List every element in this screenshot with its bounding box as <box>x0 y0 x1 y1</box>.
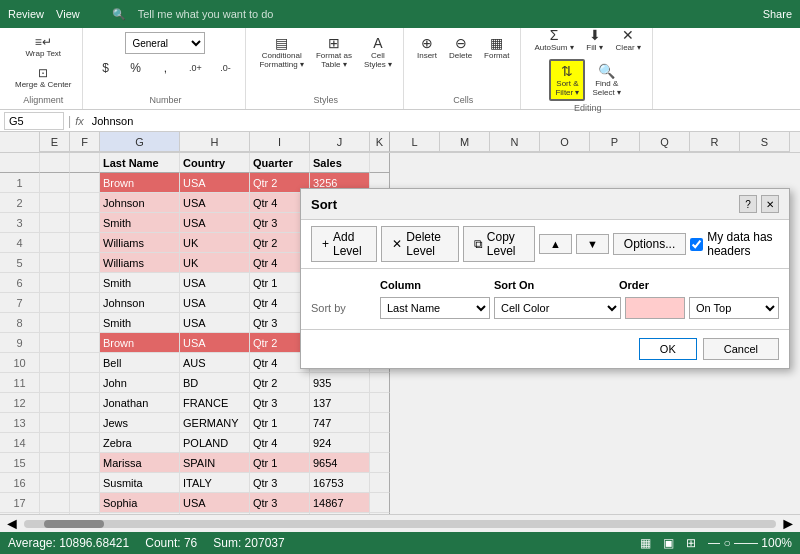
cell-f-7[interactable] <box>70 293 100 313</box>
cell-country-14[interactable]: POLAND <box>180 433 250 453</box>
cell-f-8[interactable] <box>70 313 100 333</box>
cell-e-17[interactable] <box>40 493 70 513</box>
cell-country-11[interactable]: BD <box>180 373 250 393</box>
cell-sales-17[interactable]: 14867 <box>310 493 370 513</box>
cell-lastname-13[interactable]: Jews <box>100 413 180 433</box>
cell-f-14[interactable] <box>70 433 100 453</box>
fill-btn[interactable]: ⬇ Fill ▾ <box>581 24 609 55</box>
cell-country-13[interactable]: GERMANY <box>180 413 250 433</box>
format-btn[interactable]: ▦ Format <box>479 32 514 63</box>
scroll-track[interactable] <box>24 520 776 528</box>
cell-country-12[interactable]: FRANCE <box>180 393 250 413</box>
cell-f-1[interactable] <box>70 173 100 193</box>
percent-btn[interactable]: % <box>121 58 149 78</box>
cell-lastname-17[interactable]: Sophia <box>100 493 180 513</box>
cell-k-14[interactable] <box>370 433 390 453</box>
cell-country-1[interactable]: USA <box>180 173 250 193</box>
cell-h-header[interactable]: Country <box>180 153 250 173</box>
cell-k-11[interactable] <box>370 373 390 393</box>
cell-sales-14[interactable]: 924 <box>310 433 370 453</box>
formula-input[interactable] <box>88 114 796 128</box>
cell-sales-13[interactable]: 747 <box>310 413 370 433</box>
col-header-e[interactable]: E <box>40 132 70 152</box>
review-tab[interactable]: Review <box>8 8 44 20</box>
cell-country-15[interactable]: SPAIN <box>180 453 250 473</box>
wrap-text-btn[interactable]: ≡↵ Wrap Text <box>20 32 66 61</box>
cell-f-12[interactable] <box>70 393 100 413</box>
copy-level-btn[interactable]: ⧉ Copy Level <box>463 226 535 262</box>
delete-btn[interactable]: ⊖ Delete <box>444 32 477 63</box>
cell-e-16[interactable] <box>40 473 70 493</box>
cell-quarter-16[interactable]: Qtr 3 <box>250 473 310 493</box>
cell-country-5[interactable]: UK <box>180 253 250 273</box>
cell-e-10[interactable] <box>40 353 70 373</box>
sort-filter-btn[interactable]: ⇅ Sort & Filter ▾ <box>549 59 585 101</box>
cell-f-16[interactable] <box>70 473 100 493</box>
scroll-right-btn[interactable]: ► <box>780 515 796 533</box>
cell-country-2[interactable]: USA <box>180 193 250 213</box>
cell-sales-15[interactable]: 9654 <box>310 453 370 473</box>
cell-country-16[interactable]: ITALY <box>180 473 250 493</box>
zoom-slider[interactable]: — ○ —— 100% <box>708 536 792 550</box>
cell-e-4[interactable] <box>40 233 70 253</box>
cell-styles-btn[interactable]: A Cell Styles ▾ <box>359 32 397 72</box>
cell-country-10[interactable]: AUS <box>180 353 250 373</box>
delete-level-btn[interactable]: ✕ Delete Level <box>381 226 459 262</box>
cell-quarter-17[interactable]: Qtr 3 <box>250 493 310 513</box>
view-normal-icon[interactable]: ▦ <box>640 536 651 550</box>
cancel-btn[interactable]: Cancel <box>703 338 779 360</box>
conditional-formatting-btn[interactable]: ▤ Conditional Formatting ▾ <box>254 32 308 72</box>
cell-lastname-11[interactable]: John <box>100 373 180 393</box>
cell-lastname-15[interactable]: Marissa <box>100 453 180 473</box>
cell-lastname-3[interactable]: Smith <box>100 213 180 233</box>
cell-country-7[interactable]: USA <box>180 293 250 313</box>
decimal-dec-btn[interactable]: .0- <box>211 60 239 76</box>
cell-country-8[interactable]: USA <box>180 313 250 333</box>
cell-e-7[interactable] <box>40 293 70 313</box>
cell-k-17[interactable] <box>370 493 390 513</box>
currency-btn[interactable]: $ <box>91 58 119 78</box>
scroll-area[interactable]: ◄ ► <box>0 514 800 532</box>
number-format-select[interactable]: General <box>125 32 205 54</box>
cell-lastname-4[interactable]: Williams <box>100 233 180 253</box>
view-tab[interactable]: View <box>56 8 80 20</box>
cell-f-17[interactable] <box>70 493 100 513</box>
cell-f-13[interactable] <box>70 413 100 433</box>
cell-lastname-2[interactable]: Johnson <box>100 193 180 213</box>
sort-by-column-select[interactable]: Last Name <box>380 297 490 319</box>
tell-me-input[interactable]: Tell me what you want to do <box>138 8 274 20</box>
scroll-thumb[interactable] <box>44 520 104 528</box>
sort-order-select[interactable]: On Top <box>689 297 779 319</box>
cell-e-5[interactable] <box>40 253 70 273</box>
insert-btn[interactable]: ⊕ Insert <box>412 32 442 63</box>
cell-lastname-10[interactable]: Bell <box>100 353 180 373</box>
col-header-o[interactable]: O <box>540 132 590 152</box>
dialog-close-btn[interactable]: ✕ <box>761 195 779 213</box>
cell-e-15[interactable] <box>40 453 70 473</box>
decimal-inc-btn[interactable]: .0+ <box>181 60 209 76</box>
cell-e-14[interactable] <box>40 433 70 453</box>
col-header-m[interactable]: M <box>440 132 490 152</box>
cell-k-16[interactable] <box>370 473 390 493</box>
clear-btn[interactable]: ✕ Clear ▾ <box>611 24 646 55</box>
cell-quarter-15[interactable]: Qtr 1 <box>250 453 310 473</box>
cell-quarter-11[interactable]: Qtr 2 <box>250 373 310 393</box>
cell-f-9[interactable] <box>70 333 100 353</box>
merge-center-btn[interactable]: ⊡ Merge & Center <box>10 63 76 92</box>
cell-country-17[interactable]: USA <box>180 493 250 513</box>
cell-f-10[interactable] <box>70 353 100 373</box>
share-btn[interactable]: Share <box>763 8 792 20</box>
cell-k-12[interactable] <box>370 393 390 413</box>
col-header-f[interactable]: F <box>70 132 100 152</box>
cell-k-15[interactable] <box>370 453 390 473</box>
add-level-btn[interactable]: + Add Level <box>311 226 377 262</box>
cell-i-header[interactable]: Quarter <box>250 153 310 173</box>
cell-lastname-7[interactable]: Johnson <box>100 293 180 313</box>
format-table-btn[interactable]: ⊞ Format as Table ▾ <box>311 32 357 72</box>
move-up-btn[interactable]: ▲ <box>539 234 572 254</box>
cell-f-6[interactable] <box>70 273 100 293</box>
cell-sales-12[interactable]: 137 <box>310 393 370 413</box>
autosum-btn[interactable]: Σ AutoSum ▾ <box>529 24 578 55</box>
cell-e-11[interactable] <box>40 373 70 393</box>
col-header-g[interactable]: G <box>100 132 180 152</box>
